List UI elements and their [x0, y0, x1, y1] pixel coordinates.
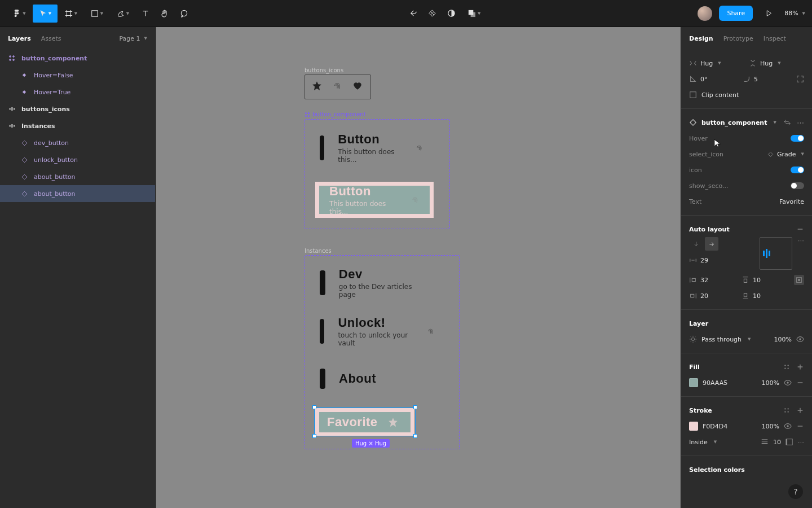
avatar[interactable] — [698, 6, 712, 21]
page-selector[interactable]: Page 1▼ — [119, 35, 147, 42]
canvas[interactable]: buttons_icons button_component Button Th… — [156, 27, 681, 508]
share-button[interactable]: Share — [719, 6, 753, 21]
select-icon-dropdown[interactable]: Grade▼ — [767, 151, 804, 158]
gap-field[interactable]: 29 — [689, 256, 754, 264]
alignment-box[interactable] — [760, 237, 792, 270]
stroke-sides[interactable] — [785, 438, 793, 446]
comment-tool[interactable] — [175, 5, 193, 23]
padding-right[interactable]: 20 — [689, 292, 737, 300]
fill-styles[interactable] — [783, 363, 791, 371]
instance-dev[interactable]: Dev go to the Dev articles page — [315, 266, 439, 300]
fill-visibility[interactable] — [784, 379, 792, 387]
layer-about-button-1[interactable]: about_button — [0, 168, 155, 185]
show-seco-toggle[interactable] — [791, 182, 804, 189]
shape-tool[interactable]: ▼ — [85, 5, 109, 23]
rotation-field[interactable]: 0° — [689, 75, 738, 83]
tab-assets[interactable]: Assets — [41, 35, 61, 42]
instance-about[interactable]: About — [315, 364, 400, 393]
fill-color[interactable]: 90AAA5 — [703, 379, 727, 387]
selection-handle[interactable] — [413, 434, 417, 438]
mask-toggle[interactable] — [443, 5, 461, 23]
stroke-opacity[interactable]: 100% — [762, 423, 779, 430]
selection-handle[interactable] — [312, 405, 316, 409]
component-name[interactable]: button_component — [701, 119, 767, 126]
remove-fill[interactable] — [796, 379, 804, 387]
layer-about-button-2[interactable]: about_button — [0, 185, 155, 202]
visibility-toggle[interactable] — [796, 335, 804, 343]
autolayout-more[interactable]: ⋯ — [798, 237, 804, 244]
tab-prototype[interactable]: Prototype — [723, 35, 753, 42]
layer-buttons-icons[interactable]: buttons_icons — [0, 100, 155, 117]
remove-stroke[interactable] — [796, 422, 804, 430]
blend-icon — [689, 335, 697, 343]
stroke-styles[interactable] — [783, 406, 791, 414]
frame-button-component[interactable]: Button This button does this... Button T… — [304, 119, 450, 229]
reset-instance[interactable] — [404, 5, 422, 23]
padding-top[interactable]: 10 — [742, 276, 789, 284]
zoom-control[interactable]: 88%▼ — [784, 10, 805, 17]
tab-layers[interactable]: Layers — [8, 35, 31, 42]
frame-tool[interactable]: ▼ — [59, 5, 83, 23]
section-auto-layout: Auto layout 29 ⋯ 3 — [681, 216, 812, 310]
top-toolbar: ▼ ▼ ▼ ▼ ▼ ▼ Share 88%▼ — [0, 0, 812, 27]
present-button[interactable] — [760, 5, 778, 23]
direction-horizontal[interactable] — [705, 237, 718, 251]
text-tool[interactable] — [136, 5, 155, 23]
layer-dev-button[interactable]: dev_button — [0, 134, 155, 151]
individual-corners[interactable] — [796, 75, 804, 83]
height-constraint[interactable]: Hug▼ — [749, 59, 804, 67]
remove-autolayout[interactable] — [796, 225, 804, 233]
pen-tool[interactable]: ▼ — [111, 5, 135, 23]
instance-icon — [20, 156, 28, 164]
variant-icon — [20, 88, 28, 96]
radius-field[interactable]: 5 — [743, 75, 792, 83]
stroke-visibility[interactable] — [784, 422, 792, 430]
fill-swatch[interactable] — [689, 378, 698, 387]
add-fill[interactable] — [796, 363, 804, 371]
selection-handle[interactable] — [413, 405, 417, 409]
component-controls[interactable] — [423, 5, 442, 23]
tab-design[interactable]: Design — [689, 35, 713, 42]
layer-instances-frame[interactable]: Instances — [0, 117, 155, 134]
stroke-color[interactable]: F0D4D4 — [703, 423, 727, 430]
frame-buttons-icons[interactable] — [304, 75, 371, 99]
clip-content-toggle[interactable]: Clip content — [689, 87, 804, 103]
swap-instance[interactable] — [783, 119, 791, 126]
variant-hover[interactable]: Button This button does this... — [315, 182, 434, 218]
layer-unlock-button[interactable]: unlock_button — [0, 151, 155, 168]
icon-toggle[interactable] — [791, 167, 804, 173]
stroke-position[interactable]: Inside — [689, 439, 708, 446]
individual-padding[interactable] — [794, 275, 804, 285]
boolean-ops[interactable]: ▼ — [462, 5, 487, 23]
move-tool[interactable]: ▼ — [33, 5, 58, 23]
layer-hover-true[interactable]: Hover=True — [0, 84, 155, 100]
text-field[interactable]: Favorite — [779, 198, 804, 205]
button-subtitle: This button does this... — [329, 200, 397, 216]
layer-button-component[interactable]: button_component — [0, 50, 155, 67]
add-stroke[interactable] — [796, 406, 804, 414]
layer-hover-false[interactable]: Hover=False — [0, 67, 155, 84]
stroke-swatch[interactable] — [689, 422, 698, 431]
direction-vertical[interactable] — [689, 237, 703, 251]
instance-icon — [20, 173, 28, 181]
layer-opacity[interactable]: 100% — [774, 336, 792, 343]
stroke-weight[interactable]: 10 — [773, 439, 781, 446]
tab-inspect[interactable]: Inspect — [764, 35, 786, 42]
variant-default[interactable]: Button This button does this... — [315, 131, 434, 165]
autolayout-icon — [8, 122, 16, 130]
design-panel: Design Prototype Inspect Hug▼ Hug▼ 0° 5 … — [681, 27, 812, 508]
stroke-more[interactable]: ⋯ — [798, 439, 804, 446]
button-title: Dev — [339, 267, 429, 282]
fill-opacity[interactable]: 100% — [762, 379, 779, 387]
selection-handle[interactable] — [312, 434, 316, 438]
hover-toggle[interactable] — [791, 135, 804, 142]
padding-left[interactable]: 32 — [689, 276, 737, 284]
help-button[interactable]: ? — [788, 484, 803, 499]
instance-unlock[interactable]: Unlock! touch to unlock your vault — [315, 314, 445, 348]
width-constraint[interactable]: Hug▼ — [689, 59, 744, 67]
padding-bottom[interactable]: 10 — [742, 292, 789, 300]
blend-mode[interactable]: Pass through — [701, 336, 742, 343]
more-options[interactable]: ⋯ — [797, 119, 804, 127]
hand-tool[interactable] — [156, 5, 174, 23]
main-menu[interactable]: ▼ — [7, 5, 32, 23]
